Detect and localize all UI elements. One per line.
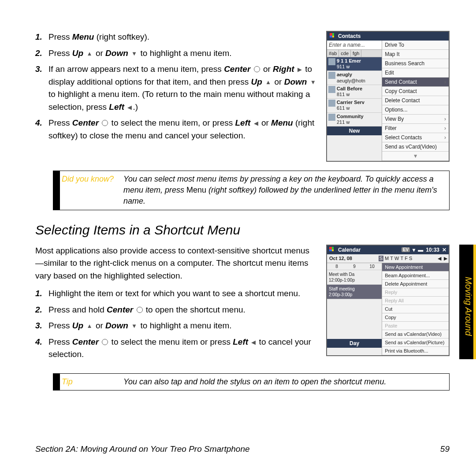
menu-item[interactable]: Beam Appointment...	[382, 271, 449, 280]
contacts-title: Contacts	[338, 33, 361, 39]
side-tab: Moving Around	[459, 245, 476, 359]
contacts-name-input[interactable]: Enter a name...	[327, 41, 382, 50]
tip-callout: Tip You can also tap and hold the stylus…	[53, 373, 450, 390]
windows-icon	[330, 33, 336, 39]
callout-label: Tip	[60, 376, 123, 387]
calendar-day-button[interactable]: Day	[327, 339, 382, 348]
clock-time: 10:33	[426, 247, 439, 253]
contacts-entry[interactable]: Call Before811 w	[327, 85, 382, 99]
contacts-entry[interactable]: aeuglyaeugly@hotn	[327, 71, 382, 85]
section-heading: Selecting Items in a Shortcut Menu	[35, 223, 450, 238]
menu-item[interactable]: Drive To	[382, 41, 449, 50]
battery-icon: ▬	[418, 247, 423, 253]
calendar-appointment[interactable]: Meet with Da12:00p-1:00p	[327, 270, 382, 285]
signal-indicator-icon: EV	[402, 247, 410, 252]
menu-item[interactable]: Send as vCard(Video)	[382, 142, 449, 152]
calendar-title: Calendar	[338, 247, 361, 253]
contacts-entry[interactable]: 9 1 1 Emer911 w	[327, 57, 382, 71]
steps-list-2: 1.Highlight the item or text for which y…	[35, 287, 317, 361]
menu-item[interactable]: Filter	[382, 124, 449, 133]
menu-item[interactable]: View By	[382, 115, 449, 124]
menu-item[interactable]: Business Search	[382, 59, 449, 68]
menu-item[interactable]: Reply	[382, 288, 449, 297]
menu-item[interactable]: Options...	[382, 105, 449, 115]
menu-item[interactable]: Cut	[382, 305, 449, 313]
menu-item[interactable]: Delete Appointment	[382, 280, 449, 288]
menu-item[interactable]: Print via Bluetooth...	[382, 347, 449, 355]
page-number: 59	[440, 444, 450, 454]
calendar-screenshot: Calendar EV ▾ ▬ 10:33 ✕ Oct 12, 08 SMTWT…	[326, 245, 450, 356]
menu-item[interactable]: New Appointment	[382, 263, 449, 271]
menu-item[interactable]: Copy Contact	[382, 87, 449, 96]
contacts-screenshot: Contacts Enter a name... #abcdefgh 9 1 1…	[326, 31, 450, 162]
menu-item[interactable]: Map It	[382, 50, 449, 59]
menu-scroll-down-icon[interactable]: ▼	[382, 152, 449, 161]
menu-item[interactable]: Delete Contact	[382, 96, 449, 105]
antenna-icon: ▾	[413, 247, 415, 253]
menu-item[interactable]: Copy	[382, 313, 449, 322]
menu-item[interactable]: Paste	[382, 322, 449, 330]
calendar-appointment[interactable]: Staff meeting2:00p-3:00p	[327, 285, 382, 299]
calendar-day-picker[interactable]: SMTWTFS	[354, 254, 436, 263]
menu-item[interactable]: Select Contacts	[382, 133, 449, 142]
menu-item[interactable]: Reply All	[382, 297, 449, 305]
menu-item[interactable]: Edit	[382, 68, 449, 78]
callout-body: You can select most menu items by pressi…	[123, 174, 445, 207]
callout-body: You can also tap and hold the stylus on …	[123, 376, 445, 387]
close-icon[interactable]: ✕	[442, 247, 446, 253]
calendar-next-icon[interactable]: ▶	[443, 254, 449, 263]
intro-paragraph: Most applications also provide access to…	[35, 245, 317, 283]
page-footer: Section 2A: Moving Around on Your Treo P…	[35, 444, 450, 454]
contacts-new-button[interactable]: New	[327, 126, 382, 135]
contacts-entry[interactable]: Carrier Serv611 w	[327, 99, 382, 112]
windows-icon	[329, 247, 335, 253]
steps-list-1: 1.Press Menu (right softkey).2.Press Up …	[35, 31, 317, 142]
calendar-context-menu[interactable]: New AppointmentBeam Appointment...Delete…	[382, 263, 449, 355]
menu-item[interactable]: Send Contact	[382, 78, 449, 87]
footer-section: Section 2A: Moving Around on Your Treo P…	[35, 444, 250, 454]
calendar-hours-row: 8910	[327, 263, 382, 270]
contacts-entry[interactable]: Community211 w	[327, 113, 382, 126]
calendar-date: Oct 12, 08	[327, 254, 354, 263]
did-you-know-callout: Did you know? You can select most menu i…	[53, 171, 450, 210]
contacts-alpha-tabs[interactable]: #abcdefgh	[327, 50, 382, 57]
menu-item[interactable]: Send as vCalendar(Picture)	[382, 338, 449, 347]
callout-label: Did you know?	[60, 174, 123, 207]
contacts-context-menu[interactable]: Drive ToMap ItBusiness SearchEditSend Co…	[382, 41, 449, 152]
calendar-prev-icon[interactable]: ◀	[436, 254, 443, 263]
menu-item[interactable]: Send as vCalendar(Video)	[382, 330, 449, 338]
